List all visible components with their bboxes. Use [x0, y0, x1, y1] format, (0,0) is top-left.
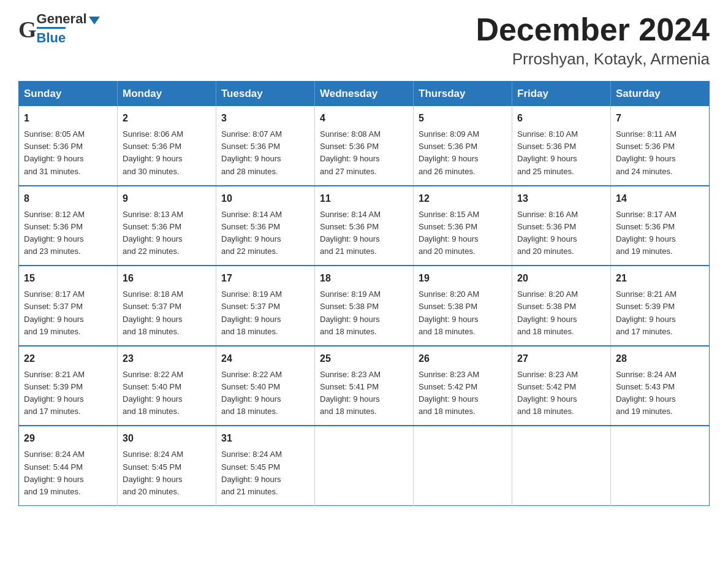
table-row: 8Sunrise: 8:12 AMSunset: 5:36 PMDaylight… — [19, 186, 118, 266]
day-number: 25 — [320, 351, 408, 366]
logo-g-letter: G — [18, 16, 37, 43]
day-info: Sunrise: 8:24 AMSunset: 5:43 PMDaylight:… — [616, 369, 704, 418]
day-info: Sunrise: 8:21 AMSunset: 5:39 PMDaylight:… — [616, 288, 704, 338]
calendar-week-row: 29Sunrise: 8:24 AMSunset: 5:44 PMDayligh… — [19, 426, 710, 505]
table-row: 28Sunrise: 8:24 AMSunset: 5:43 PMDayligh… — [611, 346, 710, 426]
day-number: 18 — [320, 271, 408, 286]
day-number: 15 — [24, 271, 112, 286]
day-info: Sunrise: 8:15 AMSunset: 5:36 PMDaylight:… — [419, 209, 507, 258]
logo-right-section: General Blue — [37, 12, 100, 46]
day-info: Sunrise: 8:21 AMSunset: 5:39 PMDaylight:… — [24, 369, 112, 418]
day-number: 21 — [616, 271, 704, 286]
day-info: Sunrise: 8:23 AMSunset: 5:41 PMDaylight:… — [320, 369, 408, 418]
day-info: Sunrise: 8:11 AMSunset: 5:36 PMDaylight:… — [616, 128, 704, 178]
day-info: Sunrise: 8:17 AMSunset: 5:37 PMDaylight:… — [24, 288, 112, 338]
day-info: Sunrise: 8:22 AMSunset: 5:40 PMDaylight:… — [123, 369, 211, 418]
day-info: Sunrise: 8:24 AMSunset: 5:45 PMDaylight:… — [221, 448, 309, 498]
day-number: 8 — [24, 191, 112, 206]
table-row: 6Sunrise: 8:10 AMSunset: 5:36 PMDaylight… — [512, 106, 611, 186]
day-number: 19 — [419, 271, 507, 286]
day-number: 27 — [517, 351, 605, 366]
day-number: 23 — [123, 351, 211, 366]
logo-eneral-text: General — [37, 12, 87, 26]
table-row: 5Sunrise: 8:09 AMSunset: 5:36 PMDaylight… — [414, 106, 512, 186]
location-title: Prroshyan, Kotayk, Armenia — [476, 50, 710, 69]
day-info: Sunrise: 8:22 AMSunset: 5:40 PMDaylight:… — [221, 369, 309, 418]
day-number: 24 — [221, 351, 309, 366]
calendar-week-row: 22Sunrise: 8:21 AMSunset: 5:39 PMDayligh… — [19, 346, 710, 426]
page-header: G General Blue December 2024 Prroshyan, … — [18, 12, 710, 69]
day-info: Sunrise: 8:09 AMSunset: 5:36 PMDaylight:… — [419, 128, 507, 178]
day-number: 6 — [517, 111, 605, 126]
table-row — [414, 426, 512, 505]
day-info: Sunrise: 8:19 AMSunset: 5:37 PMDaylight:… — [221, 288, 309, 338]
day-number: 12 — [419, 191, 507, 206]
table-row: 31Sunrise: 8:24 AMSunset: 5:45 PMDayligh… — [216, 426, 315, 505]
day-info: Sunrise: 8:12 AMSunset: 5:36 PMDaylight:… — [24, 209, 112, 258]
day-number: 30 — [123, 431, 211, 446]
day-info: Sunrise: 8:17 AMSunset: 5:36 PMDaylight:… — [616, 209, 704, 258]
table-row: 27Sunrise: 8:23 AMSunset: 5:42 PMDayligh… — [512, 346, 611, 426]
calendar-table: Sunday Monday Tuesday Wednesday Thursday… — [18, 81, 710, 506]
col-thursday: Thursday — [414, 82, 512, 107]
table-row: 1Sunrise: 8:05 AMSunset: 5:36 PMDaylight… — [19, 106, 118, 186]
table-row: 24Sunrise: 8:22 AMSunset: 5:40 PMDayligh… — [216, 346, 315, 426]
table-row — [315, 426, 414, 505]
day-info: Sunrise: 8:24 AMSunset: 5:45 PMDaylight:… — [123, 448, 211, 498]
day-info: Sunrise: 8:20 AMSunset: 5:38 PMDaylight:… — [517, 288, 605, 338]
day-number: 13 — [517, 191, 605, 206]
logo-general-row: General — [37, 12, 100, 26]
day-info: Sunrise: 8:14 AMSunset: 5:36 PMDaylight:… — [221, 209, 309, 258]
table-row: 11Sunrise: 8:14 AMSunset: 5:36 PMDayligh… — [315, 186, 414, 266]
day-number: 14 — [616, 191, 704, 206]
col-friday: Friday — [512, 82, 611, 107]
day-number: 1 — [24, 111, 112, 126]
col-sunday: Sunday — [19, 82, 118, 107]
table-row: 26Sunrise: 8:23 AMSunset: 5:42 PMDayligh… — [414, 346, 512, 426]
day-info: Sunrise: 8:10 AMSunset: 5:36 PMDaylight:… — [517, 128, 605, 178]
day-info: Sunrise: 8:24 AMSunset: 5:44 PMDaylight:… — [24, 448, 112, 498]
table-row: 2Sunrise: 8:06 AMSunset: 5:36 PMDaylight… — [118, 106, 216, 186]
table-row: 21Sunrise: 8:21 AMSunset: 5:39 PMDayligh… — [611, 266, 710, 346]
table-row: 22Sunrise: 8:21 AMSunset: 5:39 PMDayligh… — [19, 346, 118, 426]
day-info: Sunrise: 8:14 AMSunset: 5:36 PMDaylight:… — [320, 209, 408, 258]
table-row: 18Sunrise: 8:19 AMSunset: 5:38 PMDayligh… — [315, 266, 414, 346]
day-number: 20 — [517, 271, 605, 286]
month-title: December 2024 — [476, 12, 710, 47]
table-row: 16Sunrise: 8:18 AMSunset: 5:37 PMDayligh… — [118, 266, 216, 346]
col-tuesday: Tuesday — [216, 82, 315, 107]
logo-triangle-icon — [89, 17, 100, 25]
table-row: 7Sunrise: 8:11 AMSunset: 5:36 PMDaylight… — [611, 106, 710, 186]
table-row: 14Sunrise: 8:17 AMSunset: 5:36 PMDayligh… — [611, 186, 710, 266]
table-row: 10Sunrise: 8:14 AMSunset: 5:36 PMDayligh… — [216, 186, 315, 266]
table-row: 29Sunrise: 8:24 AMSunset: 5:44 PMDayligh… — [19, 426, 118, 505]
day-number: 3 — [221, 111, 309, 126]
day-number: 31 — [221, 431, 309, 446]
table-row — [611, 426, 710, 505]
calendar-week-row: 1Sunrise: 8:05 AMSunset: 5:36 PMDaylight… — [19, 106, 710, 186]
day-info: Sunrise: 8:16 AMSunset: 5:36 PMDaylight:… — [517, 209, 605, 258]
table-row: 15Sunrise: 8:17 AMSunset: 5:37 PMDayligh… — [19, 266, 118, 346]
table-row: 19Sunrise: 8:20 AMSunset: 5:38 PMDayligh… — [414, 266, 512, 346]
col-wednesday: Wednesday — [315, 82, 414, 107]
table-row — [512, 426, 611, 505]
calendar-week-row: 15Sunrise: 8:17 AMSunset: 5:37 PMDayligh… — [19, 266, 710, 346]
table-row: 4Sunrise: 8:08 AMSunset: 5:36 PMDaylight… — [315, 106, 414, 186]
col-saturday: Saturday — [611, 82, 710, 107]
day-number: 17 — [221, 271, 309, 286]
table-row: 25Sunrise: 8:23 AMSunset: 5:41 PMDayligh… — [315, 346, 414, 426]
day-number: 5 — [419, 111, 507, 126]
day-number: 7 — [616, 111, 704, 126]
col-monday: Monday — [118, 82, 216, 107]
day-info: Sunrise: 8:13 AMSunset: 5:36 PMDaylight:… — [123, 209, 211, 258]
day-info: Sunrise: 8:08 AMSunset: 5:36 PMDaylight:… — [320, 128, 408, 178]
table-row: 13Sunrise: 8:16 AMSunset: 5:36 PMDayligh… — [512, 186, 611, 266]
title-area: December 2024 Prroshyan, Kotayk, Armenia — [476, 12, 710, 69]
day-number: 2 — [123, 111, 211, 126]
logo-blue-row: Blue — [37, 27, 66, 46]
table-row: 20Sunrise: 8:20 AMSunset: 5:38 PMDayligh… — [512, 266, 611, 346]
day-number: 28 — [616, 351, 704, 366]
day-number: 9 — [123, 191, 211, 206]
table-row: 12Sunrise: 8:15 AMSunset: 5:36 PMDayligh… — [414, 186, 512, 266]
day-number: 16 — [123, 271, 211, 286]
